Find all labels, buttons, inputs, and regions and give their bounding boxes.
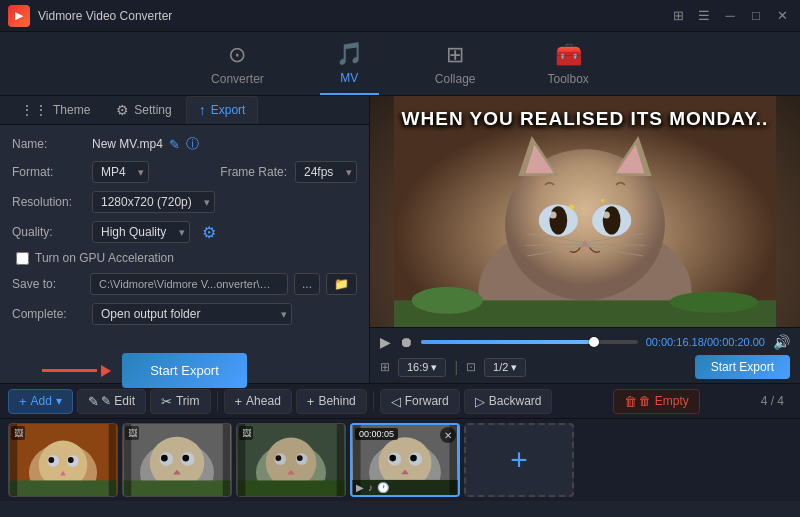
svg-point-42 [182, 455, 189, 462]
fps-select-wrapper: 24fps [295, 161, 357, 183]
add-clip-button[interactable]: + [464, 423, 574, 497]
collage-icon: ⊞ [446, 42, 464, 68]
empty-label: 🗑 Empty [639, 394, 688, 408]
plus-icon: + [510, 443, 528, 477]
tab-collage[interactable]: ⊞ Collage [419, 34, 492, 94]
complete-select[interactable]: Open output folder [92, 303, 292, 325]
save-path: C:\Vidmore\Vidmore V...onverter\MV Expor… [90, 273, 288, 295]
svg-point-64 [410, 455, 417, 462]
arrow-line [42, 369, 97, 372]
quality-gear-icon[interactable]: ⚙ [202, 223, 216, 242]
svg-rect-44 [123, 480, 230, 496]
name-value: New MV.mp4 ✎ ⓘ [92, 135, 199, 153]
gpu-row: Turn on GPU Acceleration [12, 251, 357, 265]
menu-btn[interactable]: ☰ [694, 6, 714, 26]
play-button[interactable]: ▶ [380, 334, 391, 350]
page-badge[interactable]: 1/2 ▾ [484, 358, 526, 377]
name-text: New MV.mp4 [92, 137, 163, 151]
minimize-btn[interactable]: ─ [720, 6, 740, 26]
svg-point-31 [68, 457, 74, 463]
tab-mv[interactable]: 🎵 MV [320, 33, 379, 95]
start-export-area: Start Export [12, 333, 357, 398]
clip-3[interactable]: 🖼 [236, 423, 346, 497]
quality-label: Quality: [12, 225, 84, 239]
export-right-button[interactable]: Start Export [695, 355, 790, 379]
clip-2[interactable]: 🖼 [122, 423, 232, 497]
backward-icon: ▷ [475, 394, 485, 409]
svg-point-53 [297, 455, 303, 461]
quality-select[interactable]: High Quality [92, 221, 190, 243]
stop-button[interactable]: ⏺ [399, 334, 413, 350]
backward-button[interactable]: ▷ Backward [464, 389, 553, 414]
nav-tabs: ⊙ Converter 🎵 MV ⊞ Collage 🧰 Toolbox [0, 32, 800, 96]
empty-button[interactable]: 🗑 🗑 Empty [613, 389, 699, 414]
progress-track[interactable] [421, 340, 638, 344]
clip-3-type: 🖼 [239, 426, 253, 440]
controls-row2: ⊞ 16:9 ▾ | ⊡ 1/2 ▾ Start Export [380, 355, 790, 379]
subtab-setting[interactable]: ⚙ Setting [104, 97, 183, 123]
svg-point-41 [161, 455, 168, 462]
resolution-icon: ⊞ [380, 360, 390, 374]
progress-fill [421, 340, 594, 344]
complete-select-wrapper: Open output folder [92, 303, 292, 325]
subtab-setting-label: Setting [134, 103, 171, 117]
tab-toolbox[interactable]: 🧰 Toolbox [532, 34, 605, 94]
svg-point-11 [549, 212, 556, 219]
svg-rect-55 [237, 480, 344, 496]
subtab-export-label: Export [211, 103, 246, 117]
video-preview: WHEN YOU REALISED ITS MONDAY.. [370, 96, 800, 327]
mv-icon: 🎵 [336, 41, 363, 67]
backward-label: Backward [489, 394, 542, 408]
close-btn[interactable]: ✕ [772, 6, 792, 26]
gpu-checkbox[interactable] [16, 252, 29, 265]
framerate-group: Frame Rate: 24fps [220, 161, 357, 183]
fps-select[interactable]: 24fps [295, 161, 357, 183]
svg-point-30 [48, 457, 54, 463]
subtab-theme-label: Theme [53, 103, 90, 117]
complete-row: Complete: Open output folder [12, 303, 357, 325]
clip-4[interactable]: 00:00:05 ✕ ▶ ♪ 🕐 [350, 423, 460, 497]
clip-count: 4 / 4 [761, 394, 784, 408]
volume-icon[interactable]: 🔊 [773, 334, 790, 350]
name-row: Name: New MV.mp4 ✎ ⓘ [12, 135, 357, 153]
clip-4-close[interactable]: ✕ [440, 427, 456, 443]
dots-button[interactable]: ... [294, 273, 320, 295]
forward-button[interactable]: ◁ Forward [380, 389, 460, 414]
maximize-btn[interactable]: □ [746, 6, 766, 26]
subtab-theme[interactable]: ⋮⋮ Theme [8, 97, 102, 123]
clip-2-type: 🖼 [125, 426, 139, 440]
name-info-icon[interactable]: ⓘ [186, 135, 199, 153]
quality-row: Quality: High Quality ⚙ [12, 221, 357, 243]
format-select[interactable]: MP4 [92, 161, 149, 183]
name-label: Name: [12, 137, 84, 151]
forward-icon: ◁ [391, 394, 401, 409]
clip-1[interactable]: 🖼 [8, 423, 118, 497]
tab-converter[interactable]: ⊙ Converter [195, 34, 280, 94]
divider-2 [373, 391, 374, 411]
resolution-label: Resolution: [12, 195, 84, 209]
svg-rect-57 [337, 424, 345, 496]
export-icon: ↑ [199, 102, 206, 118]
clip-4-overlay: ▶ ♪ 🕐 [352, 480, 458, 495]
arrow-head [101, 365, 111, 377]
quality-select-wrapper: High Quality [92, 221, 190, 243]
svg-point-63 [389, 455, 396, 462]
resolution-select[interactable]: 1280x720 (720p) [92, 191, 215, 213]
name-edit-icon[interactable]: ✎ [169, 137, 180, 152]
subtab-export[interactable]: ↑ Export [186, 96, 259, 124]
app-logo: ▶ [8, 5, 30, 27]
form-area: Name: New MV.mp4 ✎ ⓘ Format: MP4 Frame R… [0, 125, 369, 408]
grid-btn[interactable]: ⊞ [668, 6, 688, 26]
page-label: 1/2 [493, 361, 508, 373]
aspect-ratio-badge[interactable]: 16:9 ▾ [398, 358, 446, 377]
clip-2-img [123, 424, 231, 496]
app-title: Vidmore Video Converter [38, 9, 668, 23]
folder-button[interactable]: 📁 [326, 273, 357, 295]
svg-point-21 [601, 199, 605, 203]
video-controls: ▶ ⏺ 00:00:16.18/00:00:20.00 🔊 ⊞ 16:9 ▾ | [370, 327, 800, 383]
audio-small-icon: ♪ [368, 482, 373, 493]
right-panel: WHEN YOU REALISED ITS MONDAY.. ▶ ⏺ 00:00… [370, 96, 800, 383]
start-export-button[interactable]: Start Export [122, 353, 247, 388]
setting-icon: ⚙ [116, 102, 129, 118]
framerate-label: Frame Rate: [220, 165, 287, 179]
